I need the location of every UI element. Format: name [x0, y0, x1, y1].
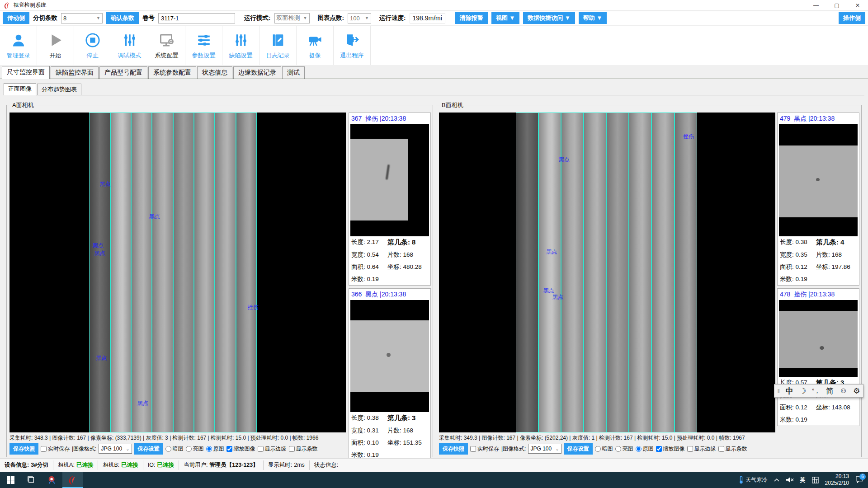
zoom-image-checkbox[interactable]: 缩放图像: [226, 445, 255, 453]
ime-pad-icon[interactable]: [812, 477, 819, 483]
help-menu-button[interactable]: 帮助 ▼: [579, 12, 607, 24]
capture-button[interactable]: 摄像: [297, 26, 334, 65]
user-icon: [10, 31, 27, 49]
tab-distribution-trend-chart[interactable]: 分布趋势图表: [37, 84, 81, 95]
clear-alarm-button[interactable]: 清除报警: [455, 12, 488, 24]
thermometer-icon: [738, 476, 744, 484]
tab-edge-data-record[interactable]: 边缘数据记录: [233, 66, 281, 79]
defect-card[interactable]: 366 黑点 |20:13:38 长度: 0.38 第几条: 3 宽度: 0.3…: [349, 288, 431, 461]
minimize-button[interactable]: —: [806, 0, 826, 10]
parameter-settings-button[interactable]: 参数设置: [185, 26, 222, 65]
log-record-button[interactable]: 日志记录: [259, 26, 297, 65]
camera-a-image[interactable]: 黑点黑点黑点黑点挫伤黑点黑点: [9, 113, 346, 432]
roll-number-input[interactable]: [158, 13, 235, 23]
defect-label: 黑点: [559, 156, 570, 164]
camera-a-panel: A面相机 黑点黑点黑点黑点挫伤黑点黑点 采集耗时: 348.3 | 图像计数: …: [6, 105, 433, 457]
ime-language-toggle[interactable]: 中: [786, 386, 793, 396]
input-language-indicator[interactable]: 英: [800, 476, 806, 484]
ime-drag-handle[interactable]: ‖: [777, 388, 779, 394]
camera-b-image[interactable]: 挫伤黑点黑点黑点黑点: [439, 113, 775, 432]
camera-b-conn-label: 相机B:: [103, 461, 119, 469]
save-snapshot-button[interactable]: 保存快照: [9, 443, 38, 455]
tab-system-param-config[interactable]: 系统参数配置: [148, 66, 196, 79]
volume-muted-icon[interactable]: [786, 477, 794, 483]
bright-image-radio[interactable]: 亮图: [615, 445, 633, 453]
run-mode-label: 运行模式:: [244, 14, 271, 22]
windows-taskbar: 天气寒冷 英 20:132025/2/10 6: [0, 472, 868, 488]
top-toolbar: 传动侧 分切条数 8▼ 确认条数 卷号 运行模式: 双面检测▼ 图表点数: 10…: [0, 11, 868, 25]
dark-image-radio[interactable]: 暗图: [595, 445, 613, 453]
realtime-save-checkbox[interactable]: 实时保存: [41, 445, 70, 453]
stop-button[interactable]: 停止: [74, 26, 111, 65]
original-image-radio[interactable]: 原图: [636, 445, 654, 453]
slit-count-select[interactable]: 8▼: [61, 13, 103, 23]
tab-front-image[interactable]: 正面图像: [4, 83, 36, 95]
tab-size-monitor[interactable]: 尺寸监控界面: [2, 66, 50, 79]
save-settings-button[interactable]: 保存设置: [134, 443, 163, 455]
defect-label: 黑点: [552, 293, 563, 301]
notification-center-button[interactable]: 6: [855, 476, 863, 484]
drive-side-button[interactable]: 传动侧: [3, 12, 29, 24]
device-info-value: 3#分切: [31, 461, 48, 469]
operator-side-button[interactable]: 操作侧: [839, 12, 865, 24]
image-format-label: |图像格式:: [501, 445, 526, 453]
close-button[interactable]: ✕: [847, 0, 868, 10]
show-edge-checkbox[interactable]: 显示边缘: [687, 445, 716, 453]
ime-punctuation-toggle[interactable]: °，: [812, 387, 820, 395]
system-config-button[interactable]: 系统配置: [148, 26, 185, 65]
show-edge-checkbox[interactable]: 显示边缘: [258, 445, 287, 453]
show-count-checkbox[interactable]: 显示条数: [718, 445, 747, 453]
ime-settings-gear-icon[interactable]: ⚙: [853, 386, 860, 396]
defect-thumbnail: [350, 300, 429, 412]
defect-card[interactable]: 479 黑点 |20:13:38 长度: 0.38 第几条: 4 宽度: 0.3…: [777, 113, 859, 286]
defect-label: 黑点: [137, 399, 148, 407]
tab-product-model-config[interactable]: 产品型号配置: [99, 66, 147, 79]
image-format-select[interactable]: JPG 100⌄: [99, 444, 132, 454]
sliders-vertical-icon: [233, 31, 249, 49]
dark-image-radio[interactable]: 暗图: [165, 445, 184, 453]
current-user-label: 当前用户:: [184, 461, 208, 469]
ime-emoji-button[interactable]: ☺: [840, 386, 847, 395]
realtime-save-checkbox[interactable]: 实时保存: [470, 445, 499, 453]
save-settings-button[interactable]: 保存设置: [564, 443, 593, 455]
maximize-button[interactable]: ▢: [826, 0, 847, 10]
admin-login-button[interactable]: 管理登录: [0, 26, 37, 65]
running-app-icon: [68, 475, 78, 485]
tab-defect-monitor[interactable]: 缺陷监控界面: [51, 66, 99, 79]
title-bar: 视觉检测系统 — ▢ ✕: [0, 0, 868, 11]
ime-toolbar: ‖ 中 ☽ °， 简 ☺ ⚙: [774, 384, 863, 398]
defect-label: 黑点: [94, 249, 105, 257]
chart-points-select[interactable]: 100▼: [348, 13, 371, 23]
camera-b-title: B面相机: [440, 101, 465, 109]
show-count-checkbox[interactable]: 显示条数: [289, 445, 318, 453]
camera-a-title: A面相机: [10, 101, 36, 109]
taskbar-clock[interactable]: 20:132025/2/10: [825, 473, 849, 487]
running-app-button[interactable]: [62, 472, 83, 488]
tab-status-info[interactable]: 状态信息: [197, 66, 232, 79]
exit-program-button[interactable]: 退出程序: [334, 26, 371, 65]
pinned-app-button[interactable]: [42, 472, 62, 488]
confirm-count-button[interactable]: 确认条数: [106, 12, 139, 24]
defect-card[interactable]: 367 挫伤 |20:13:38 长度: 2.17 第几条: 8 宽度: 0.5…: [349, 113, 431, 286]
weather-widget[interactable]: 天气寒冷: [738, 476, 768, 484]
task-view-button[interactable]: [21, 472, 42, 488]
run-mode-select[interactable]: 双面检测▼: [274, 13, 310, 23]
start-button[interactable]: 开始: [37, 26, 74, 65]
save-snapshot-button[interactable]: 保存快照: [439, 443, 468, 455]
defect-card[interactable]: 478 挫伤 |20:13:38 长度: 0.57 第几条: 3 宽度: 0.2…: [777, 288, 859, 426]
data-quick-access-menu-button[interactable]: 数据快捷访问 ▼: [523, 12, 575, 24]
debug-mode-button[interactable]: 调试模式: [111, 26, 148, 65]
start-button[interactable]: [0, 472, 21, 488]
bright-image-radio[interactable]: 亮图: [186, 445, 204, 453]
ime-simplified-toggle[interactable]: 简: [826, 386, 834, 396]
view-menu-button[interactable]: 视图 ▼: [491, 12, 519, 24]
image-format-select[interactable]: JPG 100⌄: [528, 444, 561, 454]
tab-test[interactable]: 测试: [282, 66, 305, 79]
camera-a-conn-status: 已连接: [76, 461, 94, 469]
zoom-image-checkbox[interactable]: 缩放图像: [656, 445, 685, 453]
ime-moon-icon[interactable]: ☽: [799, 386, 806, 396]
defect-settings-button[interactable]: 缺陷设置: [222, 26, 259, 65]
tray-expand-caret-icon[interactable]: [774, 478, 779, 482]
original-image-radio[interactable]: 原图: [206, 445, 224, 453]
sliders-vertical-icon: [122, 31, 137, 49]
